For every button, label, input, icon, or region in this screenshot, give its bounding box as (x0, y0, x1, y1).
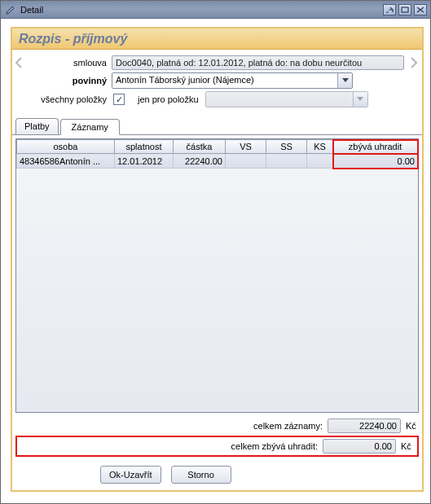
prev-record-button[interactable] (14, 55, 24, 71)
combo-jenpro[interactable] (205, 91, 368, 107)
chevron-down-icon[interactable] (353, 92, 367, 107)
minimize-restore-button[interactable] (383, 4, 396, 15)
tab-content: osoba splatnost částka VS SS KS zbývá uh… (12, 135, 422, 490)
row-povinny: povinný Antonín Táborský junior (Nájemce… (12, 72, 404, 89)
label-total-zbyva: celkem zbývá uhradit: (231, 441, 318, 451)
tab-zaznamy[interactable]: Záznamy (60, 119, 120, 135)
chevron-down-icon[interactable] (337, 73, 352, 88)
cell-castka: 22240.00 (174, 154, 226, 169)
close-button[interactable] (414, 4, 427, 15)
page-title: Rozpis - příjmový (19, 32, 127, 46)
titlebar: Detail (1, 1, 430, 19)
check-icon: ✓ (116, 95, 123, 104)
label-smlouva: smlouva (12, 58, 112, 68)
col-zbyva[interactable]: zbývá uhradit (333, 140, 418, 154)
label-povinny: povinný (12, 76, 112, 85)
storno-button[interactable]: Storno (171, 466, 231, 484)
row-smlouva: smlouva Doc0040, platná od: 12.01.2012, … (12, 55, 404, 70)
detail-window: Detail Rozpis - příjmový smlouva Doc0040… (0, 0, 431, 504)
cell-splatnost: 12.01.2012 (115, 154, 174, 169)
cell-osoba: 48346586Antonín ... (17, 154, 115, 169)
col-ss[interactable]: SS (266, 140, 307, 154)
unit-total-zaznamy: Kč (406, 421, 419, 431)
col-castka[interactable]: částka (174, 140, 226, 154)
next-record-button[interactable] (409, 55, 419, 71)
cell-ss (266, 154, 307, 169)
cell-ks (307, 154, 333, 169)
total-zbyva-row: celkem zbývá uhradit: 0.00 Kč (15, 436, 419, 457)
col-vs[interactable]: VS (226, 140, 266, 154)
label-total-zaznamy: celkem záznamy: (253, 421, 323, 431)
records-grid[interactable]: osoba splatnost částka VS SS KS zbývá uh… (15, 138, 419, 413)
row-filters: všechny položky ✓ jen pro položku (12, 91, 404, 107)
value-total-zbyva: 0.00 (323, 439, 396, 454)
panel: Rozpis - příjmový smlouva Doc0040, platn… (11, 27, 424, 492)
ok-close-button[interactable]: Ok-Uzavřít (100, 466, 161, 484)
label-vsechny: všechny položky (12, 94, 112, 104)
button-row: Ok-Uzavřít Storno (15, 461, 419, 487)
edit-icon (4, 3, 17, 16)
label-jenpro: jen pro položku (138, 94, 199, 104)
tab-platby[interactable]: Platby (15, 118, 59, 134)
cell-vs (226, 154, 266, 169)
combo-povinny[interactable]: Antonín Táborský junior (Nájemce) (112, 72, 353, 89)
col-osoba[interactable]: osoba (17, 140, 115, 154)
combo-jenpro-text (206, 92, 353, 107)
total-zaznamy-row: celkem záznamy: 22240.00 Kč (15, 419, 419, 433)
unit-total-zbyva: Kč (401, 441, 414, 451)
grid-header-row: osoba splatnost částka VS SS KS zbývá uh… (17, 140, 418, 154)
totals: celkem záznamy: 22240.00 Kč celkem zbývá… (15, 413, 419, 461)
checkbox-vsechny[interactable]: ✓ (113, 94, 125, 105)
header-strip: Rozpis - příjmový (12, 28, 422, 50)
svg-rect-0 (402, 7, 408, 12)
table-row[interactable]: 48346586Antonín ... 12.01.2012 22240.00 … (17, 154, 418, 169)
cell-zbyva: 0.00 (333, 154, 418, 169)
value-total-zaznamy: 22240.00 (328, 419, 401, 433)
window-title: Detail (20, 5, 380, 15)
tabs: Platby Záznamy (12, 118, 422, 135)
maximize-button[interactable] (398, 4, 411, 15)
combo-povinny-text: Antonín Táborský junior (Nájemce) (112, 73, 337, 88)
col-splatnost[interactable]: splatnost (115, 140, 174, 154)
form-area: smlouva Doc0040, platná od: 12.01.2012, … (12, 50, 422, 115)
col-ks[interactable]: KS (307, 140, 333, 154)
field-smlouva: Doc0040, platná od: 12.01.2012, platná d… (112, 55, 404, 70)
